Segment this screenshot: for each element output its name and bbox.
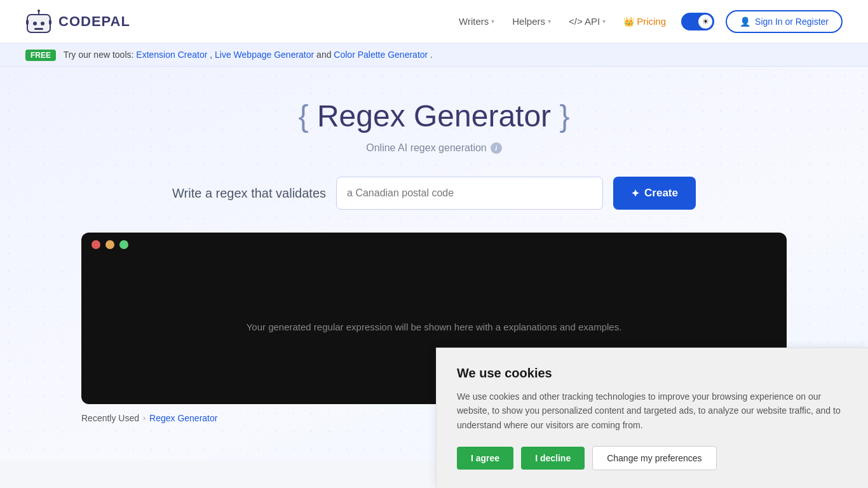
hero-subtitle: Online AI regex generation i [25,142,843,154]
nav-api[interactable]: </> API ▾ [569,16,606,27]
svg-point-6 [37,10,40,12]
nav-pricing[interactable]: 👑 Pricing [623,16,666,27]
svg-rect-8 [26,20,29,25]
create-button[interactable]: ✦ Create [613,177,696,210]
extension-creator-link[interactable]: Extension Creator [136,50,207,60]
free-badge: FREE [25,50,56,61]
theme-toggle-knob: ☀ [698,15,712,29]
svg-point-4 [41,22,44,25]
crown-icon: 👑 [623,17,634,27]
navbar: CODEPAL Writers ▾ Helpers ▾ </> API ▾ 👑 … [0,0,868,43]
chevron-right-icon: › [143,414,146,423]
palette-generator-link[interactable]: Color Palette Generator [334,50,428,60]
terminal-minimize-dot [105,240,114,249]
user-icon: 👤 [740,17,750,27]
nav-writers[interactable]: Writers ▾ [459,16,494,27]
sparkle-icon: ✦ [631,187,639,200]
svg-rect-9 [49,20,51,25]
brace-open: { [299,99,309,133]
chevron-down-icon: ▾ [491,18,494,25]
cookie-body: We use cookies and other tracking techno… [457,390,848,432]
cookie-decline-button[interactable]: I decline [521,447,585,470]
webpage-generator-link[interactable]: Live Webpage Generator [215,50,314,60]
announcement-banner: FREE Try our new tools: Extension Creato… [0,43,868,67]
regex-input-row: Write a regex that validates ✦ Create [25,177,843,210]
input-label: Write a regex that validates [172,186,326,201]
svg-rect-7 [34,28,43,30]
svg-point-3 [33,22,37,25]
cookie-agree-button[interactable]: I agree [457,447,513,470]
terminal-header [81,233,787,257]
cookie-banner: We use cookies We use cookies and other … [436,348,868,488]
codepal-logo-icon [25,8,52,35]
cookie-change-preferences-button[interactable]: Change my preferences [592,446,716,470]
chevron-down-icon: ▾ [548,18,551,25]
theme-toggle[interactable]: ☀ [681,13,714,30]
chevron-down-icon: ▾ [602,18,606,25]
nav-links: Writers ▾ Helpers ▾ </> API ▾ 👑 Pricing [459,16,666,27]
recently-used-link[interactable]: Regex Generator [149,413,217,423]
page-title: { Regex Generator } [25,98,843,133]
brace-close: } [559,99,569,133]
regex-input[interactable] [336,177,603,210]
terminal-close-dot [92,240,100,249]
logo-area[interactable]: CODEPAL [25,8,130,35]
cookie-buttons: I agree I decline Change my preferences [457,446,848,470]
nav-helpers[interactable]: Helpers ▾ [512,16,551,27]
logo-text: CODEPAL [58,13,130,30]
info-icon[interactable]: i [491,142,502,154]
sign-in-button[interactable]: 👤 Sign In or Register [726,10,843,33]
terminal-maximize-dot [119,240,128,249]
cookie-title: We use cookies [457,366,848,381]
